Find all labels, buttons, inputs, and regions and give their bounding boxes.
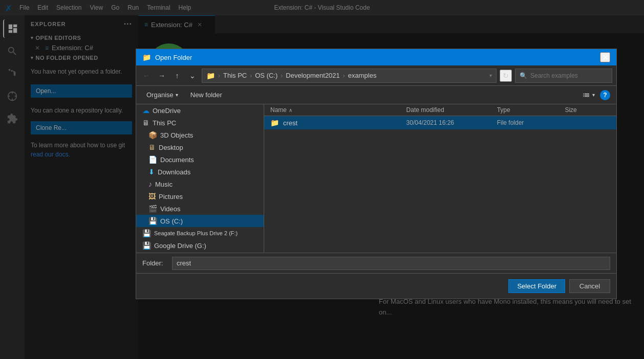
tree-item-thispc-label: This PC	[153, 119, 176, 127]
dialog-title-left: 📁 Open Folder	[142, 53, 192, 61]
tree-item-videos[interactable]: 🎬 Videos	[136, 203, 264, 215]
col-name-header[interactable]: Name ∧	[270, 106, 406, 114]
tree-item-seagate-label: Seagate Backup Plus Drive 2 (F:)	[154, 230, 238, 236]
dialog-buttons: Select Folder Cancel	[136, 273, 616, 299]
dialog-title-bar: 📁 Open Folder ✕	[136, 49, 616, 65]
nav-recent-button[interactable]: ⌄	[186, 70, 199, 82]
tree-item-seagate[interactable]: 💾 Seagate Backup Plus Drive 2 (F:)	[136, 227, 264, 239]
col-name-label: Name	[270, 106, 287, 114]
breadcrumb-sep3: ›	[343, 72, 345, 79]
dialog-toolbar: Organise ▾ New folder ▾ ?	[136, 86, 616, 104]
tree-item-documents-label: Documents	[160, 156, 194, 164]
dialog-close-button[interactable]: ✕	[600, 52, 610, 62]
tree-item-gdrive[interactable]: 💾 Google Drive (G:)	[136, 239, 264, 252]
tree-item-desktop-label: Desktop	[159, 144, 183, 151]
file-type: File folder	[497, 119, 565, 126]
thispc-icon: 🖥	[142, 119, 149, 127]
sort-icon: ∧	[289, 107, 292, 113]
new-folder-button[interactable]: New folder	[186, 89, 226, 101]
documents-icon: 📄	[148, 155, 157, 164]
breadcrumb-sep0: ›	[218, 72, 220, 79]
col-date-label: Date modified	[406, 106, 444, 114]
col-size-label: Size	[565, 106, 576, 114]
music-icon: ♪	[148, 180, 152, 188]
tree-item-music-label: Music	[155, 181, 173, 188]
address-breadcrumb: 📁 › This PC › OS (C:) › Development2021 …	[202, 69, 497, 83]
3dobjects-icon: 📦	[148, 131, 157, 139]
col-type-header[interactable]: Type	[497, 106, 565, 114]
tree-item-videos-label: Videos	[160, 205, 181, 213]
view-icon	[582, 91, 590, 99]
tree-item-downloads[interactable]: ⬇ Downloads	[136, 166, 264, 178]
breadcrumb-sep2: ›	[281, 72, 283, 79]
tree-item-pictures[interactable]: 🖼 Pictures	[136, 190, 264, 203]
downloads-icon: ⬇	[148, 168, 155, 176]
breadcrumb-folder-icon: 📁	[206, 72, 215, 80]
tree-item-downloads-label: Downloads	[158, 168, 190, 176]
tree-item-3dobjects-label: 3D Objects	[160, 131, 193, 139]
search-box: 🔍	[515, 69, 612, 83]
organise-label: Organise	[146, 91, 174, 99]
tree-item-music[interactable]: ♪ Music	[136, 178, 264, 190]
search-input[interactable]	[530, 72, 608, 79]
col-date-header[interactable]: Date modified	[406, 106, 497, 114]
tree-item-thispc[interactable]: 🖥 This PC	[136, 117, 264, 129]
onedrive-icon: ☁	[142, 106, 149, 115]
organise-button[interactable]: Organise ▾	[142, 89, 182, 101]
folder-input-bar: Folder:	[136, 253, 616, 273]
new-folder-label: New folder	[190, 91, 222, 99]
breadcrumb-thispc[interactable]: This PC	[223, 72, 247, 79]
dialog-folder-icon: 📁	[142, 53, 151, 61]
folder-input[interactable]	[172, 257, 610, 270]
files-panel: Name ∧ Date modified Type Size 📁	[264, 104, 616, 253]
videos-icon: 🎬	[148, 205, 157, 213]
tree-item-onedrive[interactable]: ☁ OneDrive	[136, 104, 264, 117]
osc-icon: 💾	[148, 217, 157, 225]
cancel-button[interactable]: Cancel	[569, 279, 610, 293]
breadcrumb-dev[interactable]: Development2021	[286, 72, 340, 79]
tree-item-documents[interactable]: 📄 Documents	[136, 153, 264, 166]
view-toggle-button[interactable]: ▾	[578, 89, 599, 101]
view-options: ▾ ?	[578, 89, 610, 101]
nav-up-button[interactable]: ↑	[171, 70, 183, 82]
select-folder-button[interactable]: Select Folder	[508, 279, 565, 293]
tree-panel: ☁ OneDrive 🖥 This PC 📦 3D Objects 🖥 Desk…	[136, 104, 264, 253]
help-button[interactable]: ?	[600, 90, 610, 100]
vscode-window: ✗ File Edit Selection View Go Run Termin…	[0, 0, 644, 359]
tree-item-desktop[interactable]: 🖥 Desktop	[136, 141, 264, 153]
tree-item-gdrive-label: Google Drive (G:)	[154, 242, 206, 250]
address-bar: ← → ↑ ⌄ 📁 › This PC › OS (C:) › Developm…	[136, 65, 616, 86]
nav-forward-button[interactable]: →	[156, 70, 168, 82]
file-name: crest	[283, 119, 297, 127]
organise-chevron-icon: ▾	[176, 92, 178, 98]
dialog-title: Open Folder	[155, 54, 192, 61]
folder-icon: 📁	[270, 119, 279, 127]
files-header: Name ∧ Date modified Type Size	[264, 104, 616, 116]
pictures-icon: 🖼	[148, 192, 156, 200]
seagate-icon: 💾	[142, 229, 151, 237]
open-folder-dialog: 📁 Open Folder ✕ ← → ↑ ⌄ 📁 › This PC › OS…	[136, 49, 617, 299]
file-date: 30/04/2021 16:26	[406, 119, 497, 126]
breadcrumb-osc[interactable]: OS (C:)	[255, 72, 277, 79]
gdrive-icon: 💾	[142, 241, 151, 250]
search-icon: 🔍	[520, 72, 527, 79]
breadcrumb-sep1: ›	[250, 72, 252, 79]
address-refresh-button[interactable]: ↻	[500, 70, 512, 82]
file-row-crest[interactable]: 📁 crest 30/04/2021 16:26 File folder	[264, 116, 616, 129]
breadcrumb-examples[interactable]: examples	[348, 72, 377, 79]
file-icon-cell: 📁 crest	[270, 119, 406, 127]
view-chevron-icon: ▾	[592, 92, 595, 98]
nav-back-button[interactable]: ←	[140, 70, 153, 82]
tree-item-osc[interactable]: 💾 OS (C:)	[136, 215, 264, 227]
breadcrumb-dropdown-icon[interactable]: ▾	[489, 73, 492, 78]
file-browser: ☁ OneDrive 🖥 This PC 📦 3D Objects 🖥 Desk…	[136, 104, 616, 253]
desktop-icon: 🖥	[148, 143, 156, 151]
col-size-header[interactable]: Size	[565, 106, 610, 114]
col-type-label: Type	[497, 106, 510, 114]
tree-item-onedrive-label: OneDrive	[153, 107, 181, 115]
tree-item-3dobjects[interactable]: 📦 3D Objects	[136, 129, 264, 141]
folder-label: Folder:	[142, 259, 168, 267]
tree-item-osc-label: OS (C:)	[160, 217, 183, 225]
tree-item-pictures-label: Pictures	[159, 193, 183, 200]
